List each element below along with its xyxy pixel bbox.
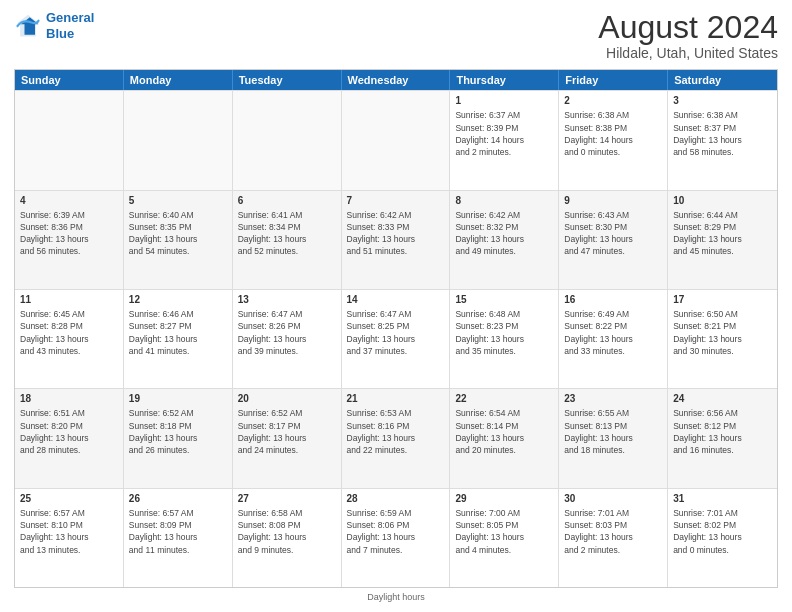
day-number: 27 bbox=[238, 492, 336, 506]
logo-text: General Blue bbox=[46, 10, 94, 41]
day-cell-1: 1Sunrise: 6:37 AM Sunset: 8:39 PM Daylig… bbox=[450, 91, 559, 189]
day-number: 17 bbox=[673, 293, 772, 307]
day-info: Sunrise: 7:00 AM Sunset: 8:05 PM Dayligh… bbox=[455, 507, 553, 556]
day-number: 4 bbox=[20, 194, 118, 208]
day-info: Sunrise: 6:57 AM Sunset: 8:10 PM Dayligh… bbox=[20, 507, 118, 556]
day-cell-empty bbox=[15, 91, 124, 189]
day-info: Sunrise: 6:42 AM Sunset: 8:32 PM Dayligh… bbox=[455, 209, 553, 258]
day-info: Sunrise: 6:48 AM Sunset: 8:23 PM Dayligh… bbox=[455, 308, 553, 357]
day-cell-28: 28Sunrise: 6:59 AM Sunset: 8:06 PM Dayli… bbox=[342, 489, 451, 587]
day-number: 22 bbox=[455, 392, 553, 406]
day-cell-2: 2Sunrise: 6:38 AM Sunset: 8:38 PM Daylig… bbox=[559, 91, 668, 189]
day-cell-19: 19Sunrise: 6:52 AM Sunset: 8:18 PM Dayli… bbox=[124, 389, 233, 487]
day-number: 28 bbox=[347, 492, 445, 506]
day-number: 18 bbox=[20, 392, 118, 406]
day-number: 25 bbox=[20, 492, 118, 506]
day-header-tuesday: Tuesday bbox=[233, 70, 342, 90]
day-cell-10: 10Sunrise: 6:44 AM Sunset: 8:29 PM Dayli… bbox=[668, 191, 777, 289]
day-info: Sunrise: 6:38 AM Sunset: 8:38 PM Dayligh… bbox=[564, 109, 662, 158]
day-cell-13: 13Sunrise: 6:47 AM Sunset: 8:26 PM Dayli… bbox=[233, 290, 342, 388]
month-title: August 2024 bbox=[598, 10, 778, 45]
calendar: SundayMondayTuesdayWednesdayThursdayFrid… bbox=[14, 69, 778, 588]
day-info: Sunrise: 7:01 AM Sunset: 8:02 PM Dayligh… bbox=[673, 507, 772, 556]
logo-icon bbox=[14, 12, 42, 40]
day-header-wednesday: Wednesday bbox=[342, 70, 451, 90]
day-info: Sunrise: 6:51 AM Sunset: 8:20 PM Dayligh… bbox=[20, 407, 118, 456]
day-cell-30: 30Sunrise: 7:01 AM Sunset: 8:03 PM Dayli… bbox=[559, 489, 668, 587]
day-header-thursday: Thursday bbox=[450, 70, 559, 90]
day-info: Sunrise: 6:42 AM Sunset: 8:33 PM Dayligh… bbox=[347, 209, 445, 258]
day-number: 13 bbox=[238, 293, 336, 307]
day-cell-31: 31Sunrise: 7:01 AM Sunset: 8:02 PM Dayli… bbox=[668, 489, 777, 587]
day-cell-18: 18Sunrise: 6:51 AM Sunset: 8:20 PM Dayli… bbox=[15, 389, 124, 487]
location-subtitle: Hildale, Utah, United States bbox=[598, 45, 778, 61]
day-number: 21 bbox=[347, 392, 445, 406]
footer-note: Daylight hours bbox=[14, 592, 778, 602]
day-info: Sunrise: 6:52 AM Sunset: 8:17 PM Dayligh… bbox=[238, 407, 336, 456]
day-cell-29: 29Sunrise: 7:00 AM Sunset: 8:05 PM Dayli… bbox=[450, 489, 559, 587]
day-info: Sunrise: 6:46 AM Sunset: 8:27 PM Dayligh… bbox=[129, 308, 227, 357]
day-cell-21: 21Sunrise: 6:53 AM Sunset: 8:16 PM Dayli… bbox=[342, 389, 451, 487]
day-cell-14: 14Sunrise: 6:47 AM Sunset: 8:25 PM Dayli… bbox=[342, 290, 451, 388]
day-info: Sunrise: 6:58 AM Sunset: 8:08 PM Dayligh… bbox=[238, 507, 336, 556]
day-number: 11 bbox=[20, 293, 118, 307]
day-info: Sunrise: 6:55 AM Sunset: 8:13 PM Dayligh… bbox=[564, 407, 662, 456]
week-row-5: 25Sunrise: 6:57 AM Sunset: 8:10 PM Dayli… bbox=[15, 488, 777, 587]
day-info: Sunrise: 6:43 AM Sunset: 8:30 PM Dayligh… bbox=[564, 209, 662, 258]
day-number: 8 bbox=[455, 194, 553, 208]
day-number: 26 bbox=[129, 492, 227, 506]
day-cell-9: 9Sunrise: 6:43 AM Sunset: 8:30 PM Daylig… bbox=[559, 191, 668, 289]
day-cell-26: 26Sunrise: 6:57 AM Sunset: 8:09 PM Dayli… bbox=[124, 489, 233, 587]
week-row-1: 1Sunrise: 6:37 AM Sunset: 8:39 PM Daylig… bbox=[15, 90, 777, 189]
day-number: 1 bbox=[455, 94, 553, 108]
day-headers-row: SundayMondayTuesdayWednesdayThursdayFrid… bbox=[15, 70, 777, 90]
day-number: 15 bbox=[455, 293, 553, 307]
day-cell-3: 3Sunrise: 6:38 AM Sunset: 8:37 PM Daylig… bbox=[668, 91, 777, 189]
day-number: 31 bbox=[673, 492, 772, 506]
day-header-monday: Monday bbox=[124, 70, 233, 90]
day-info: Sunrise: 6:47 AM Sunset: 8:25 PM Dayligh… bbox=[347, 308, 445, 357]
day-info: Sunrise: 6:44 AM Sunset: 8:29 PM Dayligh… bbox=[673, 209, 772, 258]
day-number: 29 bbox=[455, 492, 553, 506]
day-cell-empty bbox=[342, 91, 451, 189]
day-info: Sunrise: 6:52 AM Sunset: 8:18 PM Dayligh… bbox=[129, 407, 227, 456]
day-number: 30 bbox=[564, 492, 662, 506]
day-info: Sunrise: 6:59 AM Sunset: 8:06 PM Dayligh… bbox=[347, 507, 445, 556]
day-cell-16: 16Sunrise: 6:49 AM Sunset: 8:22 PM Dayli… bbox=[559, 290, 668, 388]
day-cell-17: 17Sunrise: 6:50 AM Sunset: 8:21 PM Dayli… bbox=[668, 290, 777, 388]
day-number: 7 bbox=[347, 194, 445, 208]
day-info: Sunrise: 6:41 AM Sunset: 8:34 PM Dayligh… bbox=[238, 209, 336, 258]
day-cell-27: 27Sunrise: 6:58 AM Sunset: 8:08 PM Dayli… bbox=[233, 489, 342, 587]
day-number: 20 bbox=[238, 392, 336, 406]
day-info: Sunrise: 6:53 AM Sunset: 8:16 PM Dayligh… bbox=[347, 407, 445, 456]
day-info: Sunrise: 6:39 AM Sunset: 8:36 PM Dayligh… bbox=[20, 209, 118, 258]
day-cell-7: 7Sunrise: 6:42 AM Sunset: 8:33 PM Daylig… bbox=[342, 191, 451, 289]
day-info: Sunrise: 7:01 AM Sunset: 8:03 PM Dayligh… bbox=[564, 507, 662, 556]
day-cell-empty bbox=[233, 91, 342, 189]
day-header-friday: Friday bbox=[559, 70, 668, 90]
day-info: Sunrise: 6:37 AM Sunset: 8:39 PM Dayligh… bbox=[455, 109, 553, 158]
day-number: 23 bbox=[564, 392, 662, 406]
day-cell-20: 20Sunrise: 6:52 AM Sunset: 8:17 PM Dayli… bbox=[233, 389, 342, 487]
day-info: Sunrise: 6:47 AM Sunset: 8:26 PM Dayligh… bbox=[238, 308, 336, 357]
day-number: 6 bbox=[238, 194, 336, 208]
day-cell-5: 5Sunrise: 6:40 AM Sunset: 8:35 PM Daylig… bbox=[124, 191, 233, 289]
day-info: Sunrise: 6:54 AM Sunset: 8:14 PM Dayligh… bbox=[455, 407, 553, 456]
day-info: Sunrise: 6:56 AM Sunset: 8:12 PM Dayligh… bbox=[673, 407, 772, 456]
calendar-body: 1Sunrise: 6:37 AM Sunset: 8:39 PM Daylig… bbox=[15, 90, 777, 587]
day-header-saturday: Saturday bbox=[668, 70, 777, 90]
day-cell-25: 25Sunrise: 6:57 AM Sunset: 8:10 PM Dayli… bbox=[15, 489, 124, 587]
day-info: Sunrise: 6:50 AM Sunset: 8:21 PM Dayligh… bbox=[673, 308, 772, 357]
day-cell-24: 24Sunrise: 6:56 AM Sunset: 8:12 PM Dayli… bbox=[668, 389, 777, 487]
day-info: Sunrise: 6:38 AM Sunset: 8:37 PM Dayligh… bbox=[673, 109, 772, 158]
day-number: 24 bbox=[673, 392, 772, 406]
day-cell-empty bbox=[124, 91, 233, 189]
day-number: 5 bbox=[129, 194, 227, 208]
day-cell-12: 12Sunrise: 6:46 AM Sunset: 8:27 PM Dayli… bbox=[124, 290, 233, 388]
day-info: Sunrise: 6:45 AM Sunset: 8:28 PM Dayligh… bbox=[20, 308, 118, 357]
day-number: 3 bbox=[673, 94, 772, 108]
day-cell-15: 15Sunrise: 6:48 AM Sunset: 8:23 PM Dayli… bbox=[450, 290, 559, 388]
title-block: August 2024 Hildale, Utah, United States bbox=[598, 10, 778, 61]
day-cell-8: 8Sunrise: 6:42 AM Sunset: 8:32 PM Daylig… bbox=[450, 191, 559, 289]
day-number: 12 bbox=[129, 293, 227, 307]
